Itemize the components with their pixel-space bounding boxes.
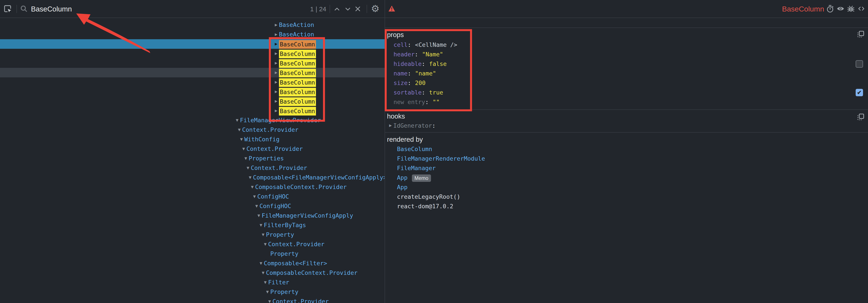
prop-row: cell:<CellName /> — [394, 40, 457, 50]
chevron-expanded-icon[interactable]: ▼ — [254, 201, 259, 211]
tree-row[interactable]: ▶BaseColumn — [0, 39, 384, 49]
tree-row[interactable]: ▼WithConfig — [0, 134, 384, 144]
chevron-expanded-icon[interactable]: ▼ — [252, 192, 257, 201]
component-name: Composable<Filter> — [264, 260, 327, 267]
checkbox-checked[interactable]: ✔ — [856, 89, 863, 96]
chevron-expanded-icon[interactable]: ▼ — [249, 182, 255, 192]
tree-row[interactable]: ▶BaseColumn — [0, 87, 384, 96]
previous-result-button[interactable] — [333, 6, 341, 12]
checkbox-unchecked[interactable] — [856, 60, 863, 68]
chevron-expanded-icon[interactable]: ▼ — [256, 211, 261, 220]
prop-value[interactable]: "Name" — [422, 51, 443, 58]
chevron-collapsed-icon[interactable]: ▶ — [273, 30, 279, 39]
tree-row[interactable]: ▼Context.Provider — [0, 240, 384, 249]
tree-row[interactable]: ▼FilterByTags — [0, 220, 384, 230]
copy-props-button[interactable] — [856, 30, 865, 38]
tree-row[interactable]: ▼Context.Provider — [0, 163, 384, 173]
tree-row[interactable]: ▶BaseColumn — [0, 106, 384, 116]
prop-value[interactable]: "" — [433, 99, 440, 105]
chevron-collapsed-icon[interactable]: ▶ — [388, 121, 393, 130]
prop-value[interactable]: "name" — [415, 70, 436, 77]
inspect-dom-button[interactable] — [836, 5, 845, 13]
chevron-expanded-icon[interactable]: ▼ — [245, 163, 251, 173]
chevron-expanded-icon[interactable]: ▼ — [243, 154, 249, 163]
owner-label: App — [397, 184, 408, 190]
chevron-collapsed-icon[interactable]: ▶ — [273, 58, 279, 68]
next-result-button[interactable] — [344, 6, 352, 12]
chevron-collapsed-icon[interactable]: ▶ — [273, 49, 279, 58]
prop-value[interactable]: 200 — [415, 80, 426, 86]
owner-link[interactable]: FileManager — [397, 163, 436, 173]
tree-row[interactable]: ▼Context.Provider — [0, 125, 384, 134]
prop-key: name — [394, 70, 408, 77]
owner-link[interactable]: App — [397, 182, 408, 192]
tree-row[interactable]: ▼ComposableContext.Provider — [0, 182, 384, 192]
component-name: ConfigHOC — [259, 203, 291, 209]
tree-row[interactable]: ▼Context.Provider — [0, 144, 384, 154]
chevron-expanded-icon[interactable]: ▼ — [262, 240, 268, 249]
owner-label: FileManager — [397, 165, 436, 172]
tree-row[interactable]: ▶BaseColumn — [0, 68, 384, 78]
owner-static: react-dom@17.0.2 — [397, 202, 453, 211]
search-input[interactable]: BaseColumn — [31, 0, 72, 18]
chevron-expanded-icon[interactable]: ▼ — [237, 125, 242, 134]
clear-search-button[interactable] — [354, 5, 362, 13]
chevron-expanded-icon[interactable]: ▼ — [258, 259, 264, 268]
debug-button[interactable] — [847, 5, 855, 13]
inspect-element-button[interactable] — [3, 4, 12, 13]
code-icon — [857, 5, 865, 13]
chevron-expanded-icon[interactable]: ▼ — [267, 297, 273, 303]
tree-row[interactable]: ▼Context.Provider — [0, 297, 384, 303]
tree-row[interactable]: ▶BaseColumn — [0, 58, 384, 68]
chevron-expanded-icon[interactable]: ▼ — [258, 220, 264, 230]
tree-row[interactable]: ▶BaseAction — [0, 20, 384, 30]
owner-link[interactable]: FileManagerRendererModule — [397, 154, 485, 163]
chevron-expanded-icon[interactable]: ▼ — [265, 287, 270, 297]
chevron-collapsed-icon[interactable]: ▶ — [273, 39, 279, 49]
prop-value[interactable]: true — [429, 89, 443, 96]
tree-row[interactable]: ▼FileManagerViewConfigApply — [0, 211, 384, 220]
chevron-collapsed-icon[interactable]: ▶ — [273, 68, 279, 78]
tree-row[interactable]: ▼Property — [0, 230, 384, 240]
chevron-expanded-icon[interactable]: ▼ — [234, 116, 240, 125]
rendered-by-section-label: rendered by — [387, 136, 423, 144]
chevron-collapsed-icon[interactable]: ▶ — [273, 87, 279, 96]
component-name: BaseColumn — [279, 88, 316, 96]
chevron-expanded-icon[interactable]: ▼ — [239, 134, 244, 144]
tree-row[interactable]: ▶BaseColumn — [0, 96, 384, 106]
chevron-collapsed-icon[interactable]: ▶ — [273, 96, 279, 106]
chevron-collapsed-icon[interactable]: ▶ — [273, 106, 279, 116]
tree-row[interactable]: ▶BaseColumn — [0, 49, 384, 58]
owner-link[interactable]: BaseColumn — [397, 144, 432, 154]
tree-row[interactable]: ▼Composable<Filter> — [0, 259, 384, 268]
tree-row[interactable]: ▼Property — [0, 287, 384, 297]
tree-row[interactable]: Property — [0, 249, 384, 259]
tree-row[interactable]: ▶BaseColumn — [0, 78, 384, 87]
chevron-expanded-icon[interactable]: ▼ — [260, 268, 266, 278]
toolbar-divider — [330, 5, 330, 13]
settings-button[interactable]: ⚙ — [371, 3, 379, 14]
copy-hooks-button[interactable] — [856, 113, 865, 121]
prop-key: header — [394, 51, 415, 58]
hook-row[interactable]: ▶IdGenerator: — [388, 121, 435, 130]
view-source-button[interactable] — [857, 5, 865, 13]
copy-icon — [856, 30, 865, 38]
tree-row[interactable]: ▼Composable<FileManagerViewConfigApply> — [0, 173, 384, 182]
tree-row[interactable]: ▼ConfigHOC — [0, 201, 384, 211]
tree-row[interactable]: ▶BaseAction — [0, 30, 384, 39]
owner-link[interactable]: AppMemo — [397, 173, 431, 182]
chevron-collapsed-icon[interactable]: ▶ — [273, 20, 279, 30]
component-name: FileManagerViewConfigApply — [261, 212, 353, 219]
chevron-expanded-icon[interactable]: ▼ — [247, 173, 253, 182]
chevron-expanded-icon[interactable]: ▼ — [262, 278, 268, 287]
tree-row[interactable]: ▼ConfigHOC — [0, 192, 384, 201]
tree-row[interactable]: ▼ComposableContext.Provider — [0, 268, 384, 278]
chevron-expanded-icon[interactable]: ▼ — [241, 144, 246, 154]
suspend-button[interactable] — [826, 5, 834, 13]
prop-value[interactable]: false — [429, 60, 446, 67]
tree-row[interactable]: ▼FileManagerViewProvider — [0, 116, 384, 125]
chevron-collapsed-icon[interactable]: ▶ — [273, 78, 279, 87]
chevron-expanded-icon[interactable]: ▼ — [260, 230, 266, 240]
tree-row[interactable]: ▼Filter — [0, 278, 384, 287]
tree-row[interactable]: ▼Properties — [0, 154, 384, 163]
